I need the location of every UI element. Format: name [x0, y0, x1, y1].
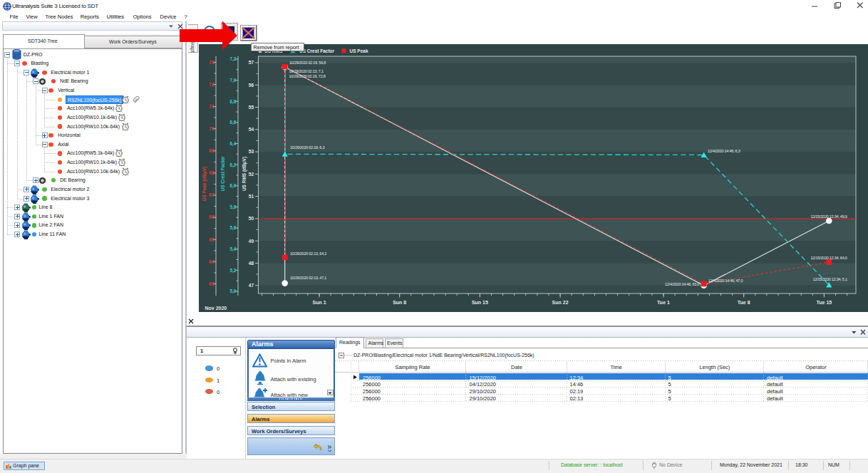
svg-text:66: 66	[209, 214, 215, 219]
svg-text:6,0: 6,0	[229, 183, 236, 189]
svg-text:63: 63	[209, 281, 215, 286]
svg-text:73: 73	[209, 60, 215, 65]
svg-text:US Peak (dBµV): US Peak (dBµV)	[202, 167, 207, 202]
svg-text:Sun 8: Sun 8	[393, 300, 406, 305]
svg-text:Nov 2020: Nov 2020	[205, 306, 227, 311]
svg-text:Sun 22: Sun 22	[552, 300, 569, 305]
svg-text:12/15/2020 12:34, 49,9: 12/15/2020 12:34, 49,9	[811, 214, 847, 219]
svg-text:67: 67	[209, 192, 215, 197]
svg-text:Tue 15: Tue 15	[817, 300, 832, 305]
svg-text:US RMS (dBµV): US RMS (dBµV)	[242, 157, 247, 191]
svg-text:10/29/2020 02:13, 47,1: 10/29/2020 02:13, 47,1	[290, 276, 326, 280]
svg-text:56: 56	[249, 83, 254, 88]
svg-text:5,4: 5,4	[229, 246, 236, 252]
svg-text:Tue 1: Tue 1	[657, 300, 670, 305]
svg-text:12/4/2020 14:46, 6,3: 12/4/2020 14:46, 6,3	[708, 149, 740, 153]
svg-text:6,4: 6,4	[229, 141, 236, 147]
svg-text:10/29/2020 02:19, 72,8: 10/29/2020 02:19, 72,8	[289, 74, 326, 78]
svg-text:US Crest Factor: US Crest Factor	[220, 156, 225, 192]
svg-text:70: 70	[209, 126, 215, 131]
svg-text:12/15/2020 12:34, 5,1: 12/15/2020 12:34, 5,1	[813, 277, 847, 281]
svg-text:12/4/2020 14:46, 47,0: 12/4/2020 14:46, 47,0	[708, 279, 743, 283]
svg-text:Tue 8: Tue 8	[738, 300, 750, 305]
svg-text:6,8: 6,8	[229, 99, 236, 105]
svg-text:69: 69	[209, 148, 215, 153]
svg-text:US Peak: US Peak	[350, 48, 368, 53]
svg-text:51: 51	[249, 194, 254, 199]
svg-text:49: 49	[249, 239, 254, 244]
svg-text:10/29/2020 02:13, 7,1: 10/29/2020 02:13, 7,1	[289, 69, 324, 73]
svg-text:12/15/2020 12:34, 64,0: 12/15/2020 12:34, 64,0	[811, 256, 847, 260]
svg-text:55: 55	[249, 105, 254, 110]
svg-text:10/29/2020 02:19, 6,3: 10/29/2020 02:19, 6,3	[290, 145, 324, 150]
svg-text:10/29/2020 02:13, 64,2: 10/29/2020 02:13, 64,2	[290, 251, 326, 256]
svg-text:7,2: 7,2	[229, 56, 236, 62]
svg-text:72: 72	[209, 82, 215, 87]
svg-text:5,2: 5,2	[229, 268, 236, 274]
svg-text:12/4/2020 14:46, 63,0: 12/4/2020 14:46, 63,0	[665, 282, 699, 286]
svg-text:US Crest Factor: US Crest Factor	[299, 48, 335, 53]
svg-text:5,6: 5,6	[229, 225, 236, 231]
svg-text:5,8: 5,8	[229, 204, 236, 210]
svg-text:71: 71	[209, 104, 215, 109]
svg-text:64: 64	[209, 259, 215, 264]
svg-text:54: 54	[249, 127, 254, 132]
svg-text:68: 68	[209, 170, 215, 175]
svg-text:52: 52	[249, 172, 254, 177]
svg-text:Sun 15: Sun 15	[472, 300, 488, 305]
svg-text:Sun 1: Sun 1	[312, 300, 326, 305]
svg-text:10/29/2020 02:19, 56,8: 10/29/2020 02:19, 56,8	[289, 61, 326, 65]
svg-text:47: 47	[249, 283, 254, 288]
svg-text:7,0: 7,0	[229, 78, 236, 83]
svg-text:6,2: 6,2	[229, 162, 236, 168]
svg-text:48: 48	[249, 261, 254, 266]
svg-text:5,0: 5,0	[229, 289, 236, 294]
svg-text:65: 65	[209, 237, 215, 242]
svg-text:50: 50	[249, 216, 254, 221]
svg-text:57: 57	[249, 60, 254, 65]
svg-text:6,6: 6,6	[229, 120, 236, 125]
svg-text:53: 53	[249, 149, 254, 154]
